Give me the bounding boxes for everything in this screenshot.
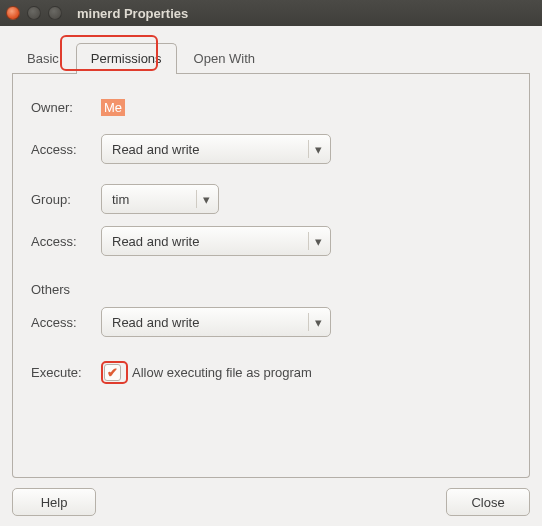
tab-permissions[interactable]: Permissions [76, 43, 177, 74]
annotation-highlight-checkbox: ✔ [101, 361, 128, 384]
window-minimize-button[interactable] [27, 6, 41, 20]
permissions-panel: Owner: Me Access: Read and write ▾ Group… [12, 74, 530, 478]
group-access-label: Access: [31, 234, 101, 249]
window-maximize-button[interactable] [48, 6, 62, 20]
close-button[interactable]: Close [446, 488, 530, 516]
others-access-label: Access: [31, 315, 101, 330]
chevron-down-icon: ▾ [308, 232, 322, 250]
window-title: minerd Properties [77, 6, 188, 21]
chevron-down-icon: ▾ [308, 313, 322, 331]
execute-checkbox[interactable]: ✔ [104, 364, 121, 381]
group-combobox[interactable]: tim ▾ [101, 184, 219, 214]
group-label: Group: [31, 192, 101, 207]
tab-open-with[interactable]: Open With [179, 43, 270, 74]
group-access-combobox[interactable]: Read and write ▾ [101, 226, 331, 256]
title-bar: minerd Properties [0, 0, 542, 26]
owner-access-combobox[interactable]: Read and write ▾ [101, 134, 331, 164]
others-access-value: Read and write [112, 315, 199, 330]
dialog-footer: Help Close [0, 488, 542, 526]
others-section-label: Others [31, 282, 511, 297]
window-close-button[interactable] [6, 6, 20, 20]
others-access-combobox[interactable]: Read and write ▾ [101, 307, 331, 337]
owner-access-value: Read and write [112, 142, 199, 157]
chevron-down-icon: ▾ [196, 190, 210, 208]
tab-bar: Basic Permissions Open With [0, 26, 542, 74]
owner-value: Me [101, 100, 125, 115]
group-value: tim [112, 192, 129, 207]
execute-checkbox-label[interactable]: Allow executing file as program [132, 365, 312, 380]
tab-basic[interactable]: Basic [12, 43, 74, 74]
group-access-value: Read and write [112, 234, 199, 249]
chevron-down-icon: ▾ [308, 140, 322, 158]
owner-label: Owner: [31, 100, 101, 115]
owner-access-label: Access: [31, 142, 101, 157]
execute-label: Execute: [31, 365, 101, 380]
help-button[interactable]: Help [12, 488, 96, 516]
